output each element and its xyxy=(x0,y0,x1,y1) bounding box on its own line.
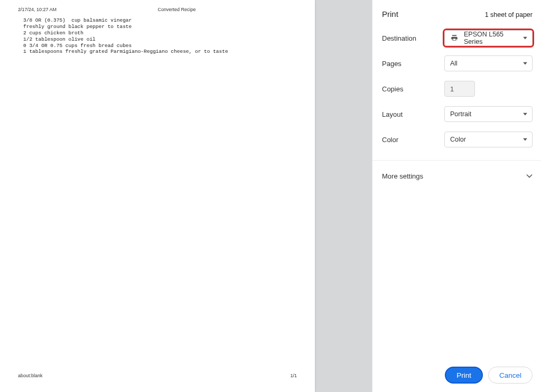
caret-down-icon xyxy=(523,113,527,116)
layout-select[interactable]: Portrait xyxy=(444,106,533,122)
pages-label: Pages xyxy=(382,60,444,68)
row-color: Color Color xyxy=(382,132,533,147)
settings-divider xyxy=(372,160,541,161)
destination-label: Destination xyxy=(382,34,444,42)
copies-label: Copies xyxy=(382,85,444,93)
preview-page: 2/17/24, 10:27 AM Converted Recipe 3/8 O… xyxy=(0,0,315,392)
caret-down-icon xyxy=(523,37,527,40)
layout-value: Portrait xyxy=(450,110,471,118)
footer-left: about:blank xyxy=(18,373,43,378)
destination-select[interactable]: EPSON L565 Series xyxy=(444,30,533,46)
row-destination: Destination EPSON L565 Series xyxy=(382,30,533,46)
row-layout: Layout Portrait xyxy=(382,106,533,122)
page-header: 2/17/24, 10:27 AM Converted Recipe xyxy=(18,7,297,12)
page-footer: about:blank 1/1 xyxy=(18,373,297,381)
preview-gutter xyxy=(321,0,372,392)
color-label: Color xyxy=(382,136,444,144)
destination-value: EPSON L565 Series xyxy=(464,31,518,45)
pages-value: All xyxy=(450,60,458,67)
panel-header: Print 1 sheet of paper xyxy=(382,10,533,18)
print-button[interactable]: Print xyxy=(445,367,483,384)
panel-title: Print xyxy=(382,10,398,18)
row-pages: Pages All xyxy=(382,55,533,71)
action-buttons: Print Cancel xyxy=(382,367,533,385)
row-copies: Copies xyxy=(382,81,533,97)
cancel-button[interactable]: Cancel xyxy=(488,367,533,384)
print-settings-panel: Print 1 sheet of paper Destination EPSON… xyxy=(372,0,541,392)
chevron-down-icon xyxy=(526,174,533,178)
color-value: Color xyxy=(450,136,466,143)
more-settings-label: More settings xyxy=(382,172,423,180)
more-settings-toggle[interactable]: More settings xyxy=(382,167,533,185)
pages-select[interactable]: All xyxy=(444,55,533,71)
caret-down-icon xyxy=(523,62,527,65)
layout-label: Layout xyxy=(382,110,444,118)
print-preview-pane: 2/17/24, 10:27 AM Converted Recipe 3/8 O… xyxy=(0,0,321,392)
caret-down-icon xyxy=(523,138,527,141)
page-timestamp: 2/17/24, 10:27 AM xyxy=(18,7,57,12)
page-body-text: 3/8 OR (0.375) cup balsamic vinegar fres… xyxy=(18,17,297,55)
footer-right: 1/1 xyxy=(290,373,297,378)
copies-input[interactable] xyxy=(444,81,475,97)
color-select[interactable]: Color xyxy=(444,132,533,147)
page-title: Converted Recipe xyxy=(57,7,297,12)
printer-icon xyxy=(450,34,459,42)
sheet-count: 1 sheet of paper xyxy=(485,11,533,18)
